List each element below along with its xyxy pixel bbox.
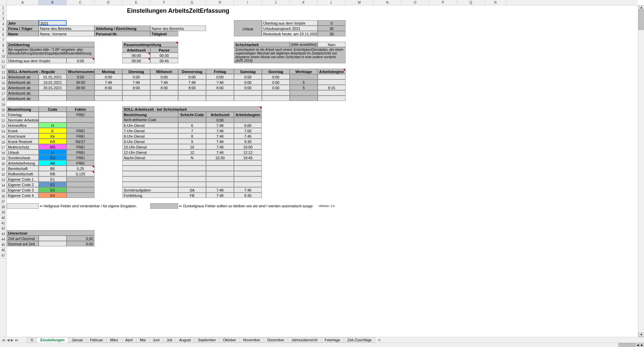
soll-header-6[interactable]: Samstag [234, 69, 262, 74]
row-header-20[interactable]: 20 [0, 108, 6, 113]
umrechner-r1-value[interactable]: 0,00 [67, 236, 94, 241]
code-bezeichnung-2[interactable]: Homeoffice [7, 123, 39, 128]
code-faktor-9[interactable]: FREI [67, 160, 94, 166]
column-headers[interactable]: ABCDEFGHIJKLMNOPQR [7, 0, 638, 5]
row-header-44[interactable]: 44 [0, 237, 6, 242]
schichtsoll-az-3[interactable]: 7:48 [206, 139, 234, 144]
schichtsoll-extra-ab-0[interactable]: 7:45 [234, 187, 262, 193]
add-sheet-button[interactable]: ⊕ [377, 338, 382, 342]
soll-so-0[interactable]: 0:00 [262, 74, 290, 79]
jahr-input[interactable]: 2021 [39, 20, 67, 26]
row-header-24[interactable]: 24 [0, 129, 6, 135]
schichtsoll-b-1[interactable]: 7-Uhr-Dienst [122, 128, 178, 133]
code-bezeichnung-6[interactable]: Mutterschutz [7, 144, 39, 149]
sheet-tab-oktober[interactable]: Oktober [219, 337, 240, 343]
schicht-note[interactable]: Schichtarbeit ist die Arbeit nach einem … [234, 47, 346, 63]
row-header-39[interactable]: 39 [0, 210, 6, 215]
horizontal-scroll-thumb[interactable] [618, 343, 635, 347]
soll-ab-0[interactable] [318, 74, 346, 79]
schichtsoll-b-0[interactable]: 6-Uhr-Dienst [122, 123, 178, 128]
schichtsoll-extra-az-0[interactable]: 7:48 [206, 187, 234, 193]
abteilung-label[interactable]: Abteilung / Einrichtung [94, 26, 150, 31]
pausen-title[interactable]: Pausenzeitenprüfung [122, 42, 178, 47]
code-bezeichnung-10[interactable]: Bereitschaft [7, 166, 39, 171]
soll-fr-2[interactable]: 8:00 [206, 85, 234, 90]
sheet-tab-dezember[interactable]: Dezember [264, 337, 288, 343]
row-header-46[interactable]: 46 [0, 248, 6, 253]
sheet-tab-©[interactable]: © [27, 337, 37, 343]
schichtsoll-b-5[interactable]: 12-Uhr-Dienst [122, 149, 178, 155]
soll-header-8[interactable]: Werktage [290, 69, 318, 74]
zeituebertrag-label[interactable]: Übertrag aus dem Vorjahr [7, 58, 67, 63]
row-header-16[interactable]: 16 [0, 86, 6, 92]
soll-do-1[interactable]: 7:48 [178, 79, 206, 85]
soll-mo-1[interactable]: 7:48 [94, 79, 122, 85]
soll-row-label-2[interactable]: Arbeitszeit ab [7, 85, 39, 90]
soll-mo-2[interactable]: 8:00 [94, 85, 122, 90]
soll-mi-0[interactable]: 0:00 [150, 74, 178, 79]
soll-sum-4[interactable] [67, 96, 94, 101]
code-bezeichnung-8[interactable]: Sonderurlaub [7, 155, 39, 160]
urlaub-rest-value[interactable]: 30 [318, 31, 346, 36]
schichtsoll-az-5[interactable]: 7:48 [206, 149, 234, 155]
schichtsoll-h1[interactable]: Bezeichnung [122, 112, 178, 117]
column-header-P[interactable]: P [429, 0, 457, 5]
soll-mi-4[interactable] [150, 96, 178, 101]
sheet-tab-februar[interactable]: Februar [86, 337, 107, 343]
umrechner-r2-label[interactable]: Dezimal auf Zeit [7, 241, 39, 246]
row-header-42[interactable]: 42 [0, 226, 6, 232]
code-code-14[interactable]: E3 [39, 187, 67, 193]
soll-header-4[interactable]: Donnerstag [178, 69, 206, 74]
soll-di-4[interactable] [122, 96, 150, 101]
code-faktor-12[interactable] [67, 176, 94, 182]
soll-date-4[interactable] [39, 96, 67, 101]
soll-fr-3[interactable] [206, 90, 234, 96]
code-bezeichnung-13[interactable]: Eigener Code 2 [7, 182, 39, 187]
code-bezeichnung-0[interactable]: Feiertag [7, 112, 39, 117]
code-faktor-6[interactable]: FREI [67, 144, 94, 149]
row-headers[interactable]: 1234567891011121314151617181920212223242… [0, 5, 7, 337]
schichtsoll-b-6[interactable]: Nacht-Dienst [122, 155, 178, 160]
schichtsoll-c-0[interactable]: 6 [178, 123, 206, 128]
soll-mo-3[interactable] [94, 90, 122, 96]
sheet-tab-mai[interactable]: Mai [136, 337, 150, 343]
name-label[interactable]: Name [7, 31, 39, 36]
schichtsoll-h4[interactable]: Arbeitsbeginn [234, 112, 262, 117]
code-bezeichnung-9[interactable]: Arbeitsbefreiung [7, 160, 39, 166]
vertical-scroll-thumb[interactable] [638, 10, 644, 30]
soll-header-2[interactable]: Dienstag [122, 69, 150, 74]
sheet-tab-april[interactable]: April [122, 337, 136, 343]
sheet-tab-juli[interactable]: Juli [163, 337, 176, 343]
code-bezeichnung-11[interactable]: Rufbereitschaft [7, 171, 39, 176]
row-header-26[interactable]: 26 [0, 140, 6, 145]
row-header-13[interactable]: 13 [0, 70, 6, 75]
pausen-r1-arbeitszeit[interactable]: 06:00 [122, 53, 150, 58]
code-code-5[interactable]: KR [39, 139, 67, 144]
schichtsoll-extra-az-1[interactable]: 7:48 [206, 193, 234, 198]
column-header-R[interactable]: R [485, 0, 506, 5]
code-faktor-1[interactable] [67, 117, 94, 123]
schichtsoll-extra-c-0[interactable]: SA [178, 187, 206, 193]
soll-di-1[interactable]: 7:48 [122, 79, 150, 85]
column-header-L[interactable]: L [318, 0, 346, 5]
soll-do-3[interactable] [178, 90, 206, 96]
code-faktor-15[interactable] [67, 193, 94, 198]
tab-prev-icon[interactable]: ◀ [7, 338, 9, 342]
code-faktor-10[interactable]: 0,25 [67, 166, 94, 171]
soll-sa-3[interactable] [234, 90, 262, 96]
code-faktor-0[interactable]: FREI [67, 112, 94, 117]
scroll-down-button[interactable]: ▼ [638, 333, 644, 337]
tab-next-icon[interactable]: ▶ [11, 338, 13, 342]
code-code-8[interactable]: SU [39, 155, 67, 160]
jahr-label[interactable]: Jahr [7, 20, 39, 26]
schichtsoll-c-1[interactable]: 7 [178, 128, 206, 133]
row-header-21[interactable]: 21 [0, 113, 6, 118]
column-header-O[interactable]: O [401, 0, 429, 5]
code-faktor-8[interactable]: FREI [67, 155, 94, 160]
row-header-18[interactable]: 18 [0, 97, 6, 102]
code-faktor-4[interactable]: FREI [67, 133, 94, 139]
column-header-A[interactable]: A [7, 0, 39, 5]
column-header-G[interactable]: G [178, 0, 206, 5]
code-code-2[interactable]: H [39, 123, 67, 128]
code-bezeichnung-14[interactable]: Eigener Code 3 [7, 187, 39, 193]
